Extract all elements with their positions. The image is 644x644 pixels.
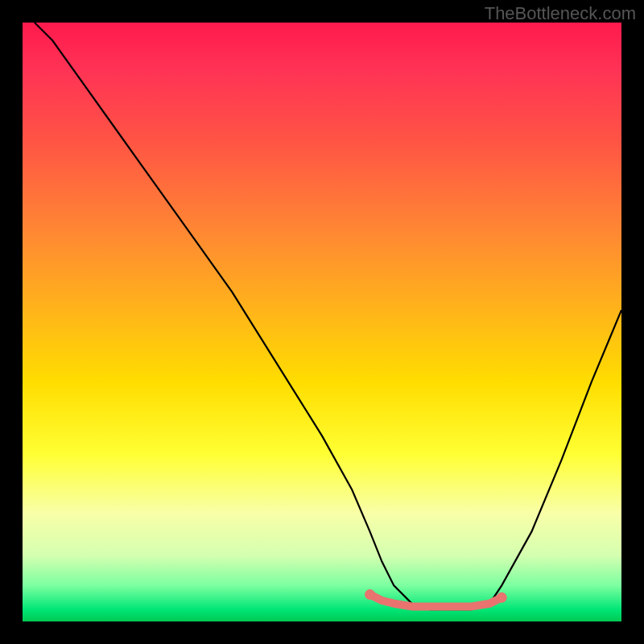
chart-curve (35, 23, 621, 609)
watermark-text: TheBottleneck.com (485, 3, 636, 24)
highlight-endpoint-right (497, 592, 507, 603)
chart-svg (23, 23, 621, 621)
highlight-endpoint-left (365, 589, 375, 600)
chart-plot-area (23, 23, 621, 621)
chart-highlight-segment (370, 595, 502, 607)
